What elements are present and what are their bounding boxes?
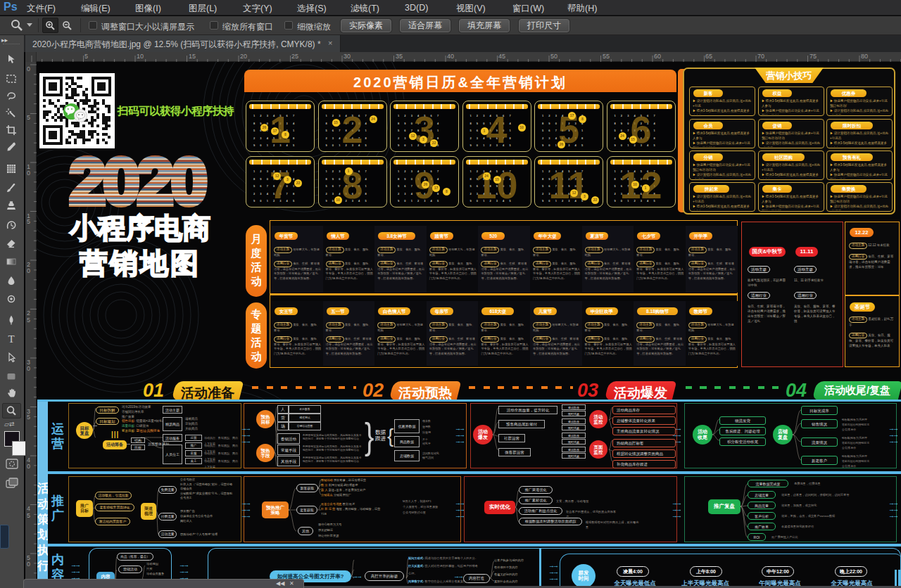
svg-text:70: 70 xyxy=(757,53,764,60)
svg-text:15: 15 xyxy=(189,53,196,60)
svg-text:50: 50 xyxy=(550,53,557,60)
svg-text:2: 2 xyxy=(27,309,30,317)
svg-text:0: 0 xyxy=(27,170,30,177)
svg-text:5: 5 xyxy=(27,414,30,421)
svg-text:40: 40 xyxy=(447,53,454,60)
svg-text:45: 45 xyxy=(498,53,505,60)
svg-text:10: 10 xyxy=(137,53,144,60)
svg-text:0: 0 xyxy=(27,463,30,470)
svg-text:0: 0 xyxy=(27,267,30,274)
svg-text:5: 5 xyxy=(27,512,30,519)
svg-text:20: 20 xyxy=(240,53,247,60)
svg-text:T: T xyxy=(8,333,14,345)
svg-text:5: 5 xyxy=(27,114,30,121)
svg-text:25: 25 xyxy=(291,53,298,60)
svg-text:0: 0 xyxy=(27,561,30,568)
svg-text:0: 0 xyxy=(27,365,30,372)
svg-text:5: 5 xyxy=(27,317,30,324)
svg-text:30: 30 xyxy=(344,53,351,60)
svg-text:5: 5 xyxy=(27,218,30,225)
svg-text:5: 5 xyxy=(84,53,88,60)
svg-text:35: 35 xyxy=(396,53,403,60)
svg-text:55: 55 xyxy=(603,53,610,60)
svg-text:65: 65 xyxy=(705,53,712,60)
svg-text:0: 0 xyxy=(27,65,30,72)
svg-text:4: 4 xyxy=(27,505,30,512)
svg-text:80: 80 xyxy=(861,53,868,60)
svg-text:60: 60 xyxy=(654,53,661,60)
svg-text:75: 75 xyxy=(809,53,817,60)
